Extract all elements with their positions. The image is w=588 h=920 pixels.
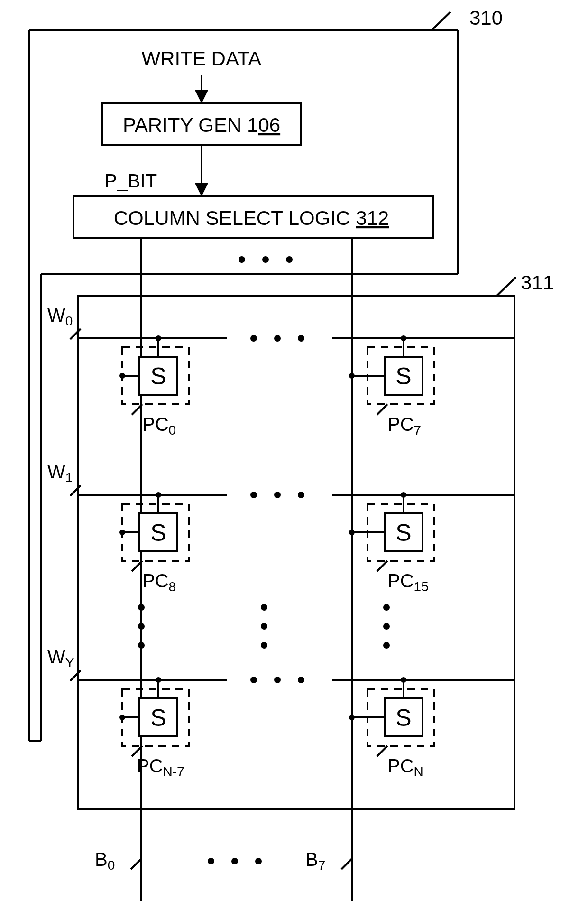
pbit-label: P_BIT xyxy=(104,170,157,191)
svg-text:S: S xyxy=(150,520,166,546)
array-ref-tick xyxy=(497,277,516,296)
dot xyxy=(231,858,238,864)
wy-label: WY xyxy=(47,646,74,670)
outer-ref-label: 310 xyxy=(469,7,503,29)
dot xyxy=(250,492,257,498)
svg-point-22 xyxy=(156,492,161,498)
dot xyxy=(250,335,257,342)
dot xyxy=(261,623,267,630)
dot xyxy=(138,642,145,649)
diagram-canvas: 310 WRITE DATA PARITY GEN 106 P_BIT COLU… xyxy=(0,0,588,920)
arrowhead-writedata xyxy=(195,90,208,103)
col-select-label: COLUMN SELECT LOGIC 312 xyxy=(114,207,389,229)
dot xyxy=(298,677,304,683)
dot xyxy=(383,604,390,611)
svg-point-49 xyxy=(401,677,406,683)
svg-point-4 xyxy=(156,335,161,341)
dot xyxy=(383,642,390,649)
w1-label: W1 xyxy=(47,461,73,485)
dot xyxy=(208,858,214,864)
dot xyxy=(261,604,267,611)
dot xyxy=(286,256,293,263)
svg-text:S: S xyxy=(395,363,411,390)
svg-text:S: S xyxy=(150,705,166,731)
dot xyxy=(274,492,281,498)
b0-label: B0 xyxy=(95,849,115,873)
outer-ref-tick xyxy=(432,12,450,30)
svg-text:S: S xyxy=(150,363,166,390)
dot xyxy=(298,335,304,342)
svg-point-6 xyxy=(119,373,125,379)
svg-point-31 xyxy=(401,492,406,498)
w0-label: W0 xyxy=(47,305,73,328)
b7-label: B7 xyxy=(305,849,325,873)
svg-point-24 xyxy=(119,530,125,535)
dot xyxy=(138,623,145,630)
svg-text:S: S xyxy=(395,520,411,546)
write-data-label: WRITE DATA xyxy=(142,47,262,70)
array-ref-label: 311 xyxy=(521,271,554,294)
svg-text:S: S xyxy=(395,705,411,731)
svg-point-33 xyxy=(349,530,355,535)
dot xyxy=(138,604,145,611)
dot xyxy=(274,677,281,683)
svg-point-51 xyxy=(349,715,355,720)
dot xyxy=(261,642,267,649)
dot xyxy=(262,256,269,263)
b7-tick xyxy=(341,859,352,869)
b0-tick xyxy=(131,859,141,869)
dot xyxy=(383,623,390,630)
dot xyxy=(274,335,281,342)
parity-gen-label: PARITY GEN 106 xyxy=(123,114,280,136)
svg-point-40 xyxy=(156,677,161,683)
svg-point-13 xyxy=(401,335,406,341)
svg-point-42 xyxy=(119,715,125,720)
svg-point-15 xyxy=(349,373,355,379)
dot xyxy=(255,858,262,864)
dot xyxy=(239,256,245,263)
dot xyxy=(298,492,304,498)
arrowhead-pbit xyxy=(195,183,208,196)
dot xyxy=(250,677,257,683)
